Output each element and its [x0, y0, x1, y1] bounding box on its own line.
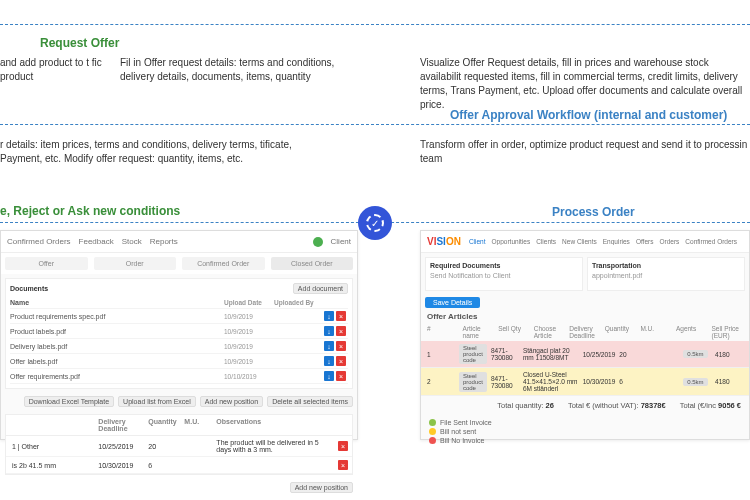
- cell: Stângaci plat 20 mm 11508/8MT: [523, 347, 579, 361]
- nav-item[interactable]: Clients: [536, 238, 556, 245]
- dot-yellow-icon: [429, 428, 436, 435]
- nav-item[interactable]: New Clients: [562, 238, 597, 245]
- status-dot-icon: [313, 237, 323, 247]
- delete-icon[interactable]: ×: [336, 356, 346, 366]
- cell: 6: [146, 461, 182, 470]
- cell: 0.5km: [683, 350, 711, 358]
- cell: 8471-730080: [491, 375, 519, 389]
- article-row: 1Steel product code8471-730080Stângaci p…: [421, 341, 749, 368]
- cell: 10/30/2019: [96, 461, 146, 470]
- doc-date: 10/9/2019: [224, 328, 270, 335]
- col-header: M.U.: [640, 325, 672, 339]
- documents-panel: Documents Add document Name Upload Date …: [5, 278, 353, 389]
- transportation-card: Transportation appointment.pdf: [587, 257, 745, 291]
- section-title-approve-reject: e, Reject or Ask new conditions: [0, 204, 180, 218]
- cell: 10/25/2019: [96, 442, 146, 451]
- delete-icon[interactable]: ×: [336, 311, 346, 321]
- card-filename: appointment.pdf: [592, 272, 740, 279]
- nav-item[interactable]: Offers: [636, 238, 654, 245]
- total-vat-label: Total (€/inc: [680, 401, 716, 410]
- cell: 20: [619, 351, 647, 358]
- logo: VISION: [427, 236, 461, 247]
- col-uploaded-by: Uploaded By: [274, 299, 320, 306]
- toolbar-button[interactable]: Upload list from Excel: [118, 396, 196, 407]
- nav-item[interactable]: Opportunities: [492, 238, 531, 245]
- col-observations: Observations: [214, 417, 336, 433]
- positions-table: Delivery Deadline Quantity M.U. Observat…: [5, 414, 353, 475]
- legend-item: Bill not sent: [440, 428, 476, 435]
- total-qty-label: Total quantity:: [497, 401, 543, 410]
- nav-reports[interactable]: Reports: [150, 237, 178, 246]
- download-icon[interactable]: ↓: [324, 341, 334, 351]
- col-header: Delivery Deadline: [569, 325, 601, 339]
- doc-date: 10/10/2019: [224, 373, 270, 380]
- required-documents-card: Required Documents Send Notification to …: [425, 257, 583, 291]
- toolbar-button[interactable]: Download Excel Template: [24, 396, 114, 407]
- cell: Steel product code: [459, 372, 487, 392]
- add-position-button[interactable]: Add new position: [290, 482, 353, 493]
- save-details-button[interactable]: Save Details: [425, 297, 480, 308]
- total-qty: 26: [546, 401, 554, 410]
- desc-transform: Transform offer in order, optimize produ…: [420, 138, 750, 166]
- delete-icon[interactable]: ×: [336, 326, 346, 336]
- nav-item[interactable]: Confirmed Orders: [685, 238, 737, 245]
- screenshot-process-order: VISION ClientOpportunitiesClientsNew Cli…: [420, 230, 750, 440]
- tab-order[interactable]: Order: [94, 257, 177, 270]
- doc-date: 10/9/2019: [224, 343, 270, 350]
- workflow-badge: ✓: [358, 206, 392, 240]
- cell: 20: [146, 442, 182, 451]
- doc-name: Product labels.pdf: [10, 328, 220, 335]
- tab-confirmed-order[interactable]: Confirmed Order: [182, 257, 265, 270]
- total-novat: 78378€: [641, 401, 666, 410]
- col-delivery-deadline: Delivery Deadline: [96, 417, 146, 433]
- desc-add-product: and add product to t fic product: [0, 56, 105, 84]
- col-header: Quantity: [605, 325, 637, 339]
- table-row: Offer requirements.pdf10/10/2019↓×: [10, 369, 348, 384]
- doc-name: Offer requirements.pdf: [10, 373, 220, 380]
- cell: [214, 464, 336, 466]
- cell: 10/25/2019: [583, 351, 616, 358]
- toolbar-button[interactable]: Add new position: [200, 396, 263, 407]
- delete-icon[interactable]: ×: [336, 371, 346, 381]
- col-header: Agents: [676, 325, 708, 339]
- cell: The product will be delivered in 5 days …: [214, 438, 336, 454]
- cell: 4180: [715, 378, 743, 385]
- nav-item[interactable]: Client: [469, 238, 486, 245]
- toolbar-button[interactable]: Delete all selected items: [267, 396, 353, 407]
- col-header: Sell Price (EUR): [712, 325, 744, 339]
- delete-icon[interactable]: ×: [338, 460, 348, 470]
- cell: [182, 445, 214, 447]
- col-header: Choose Article: [534, 325, 566, 339]
- download-icon[interactable]: ↓: [324, 356, 334, 366]
- card-title: Transportation: [592, 262, 641, 269]
- col-blank: [10, 417, 96, 433]
- screenshot-approve-reject: Confirmed Orders Feedback Stock Reports …: [0, 230, 358, 440]
- card-subtitle: Send Notification to Client: [430, 272, 578, 279]
- delete-icon[interactable]: ×: [338, 441, 348, 451]
- client-label[interactable]: Client: [331, 237, 351, 246]
- nav-stock[interactable]: Stock: [122, 237, 142, 246]
- cell: is 2b 41.5 mm: [10, 461, 96, 470]
- section-title-process-order: Process Order: [552, 205, 635, 219]
- col-header: Sell Qty: [498, 325, 530, 339]
- tab-offer[interactable]: Offer: [5, 257, 88, 270]
- download-icon[interactable]: ↓: [324, 311, 334, 321]
- nav-feedback[interactable]: Feedback: [79, 237, 114, 246]
- cell: [182, 464, 214, 466]
- nav-item[interactable]: Orders: [659, 238, 679, 245]
- desc-details: r details: item prices, terms and condit…: [0, 138, 300, 166]
- documents-title: Documents: [10, 285, 48, 292]
- cell: 8471-730080: [491, 347, 519, 361]
- nav-confirmed-orders[interactable]: Confirmed Orders: [7, 237, 71, 246]
- nav-item[interactable]: Enquiries: [603, 238, 630, 245]
- doc-date: 10/9/2019: [224, 358, 270, 365]
- tab-closed-order[interactable]: Closed Order: [271, 257, 354, 270]
- download-icon[interactable]: ↓: [324, 371, 334, 381]
- cell: 1 | Other: [10, 442, 96, 451]
- doc-name: Product requirements spec.pdf: [10, 313, 220, 320]
- table-row: Product labels.pdf10/9/2019↓×: [10, 324, 348, 339]
- delete-icon[interactable]: ×: [336, 341, 346, 351]
- add-document-button[interactable]: Add document: [293, 283, 348, 294]
- download-icon[interactable]: ↓: [324, 326, 334, 336]
- total-vat: 9056 €: [718, 401, 741, 410]
